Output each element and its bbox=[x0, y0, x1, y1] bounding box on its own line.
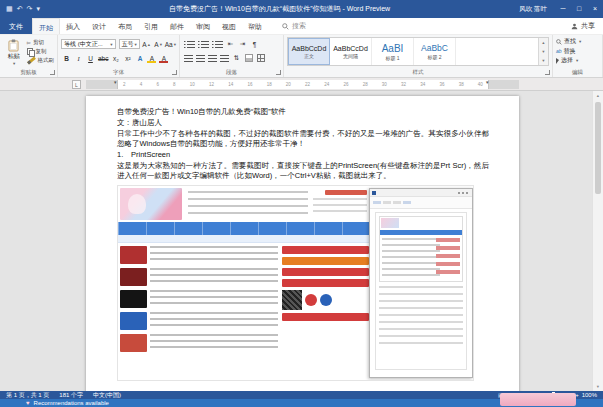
increase-indent-button[interactable]: ⇥ bbox=[237, 38, 248, 50]
font-size-combo[interactable]: 五号▾ bbox=[119, 39, 140, 49]
ribbon-tab[interactable]: 邮件 bbox=[164, 18, 190, 34]
share-button[interactable]: 共享 bbox=[571, 18, 595, 34]
tab-home[interactable]: 开始 bbox=[32, 18, 60, 34]
multilevel-list-button[interactable] bbox=[211, 38, 224, 50]
emb-article-row bbox=[120, 246, 278, 264]
underline-button[interactable]: U bbox=[85, 52, 96, 64]
gallery-more-icon[interactable]: ▾ bbox=[539, 56, 548, 65]
font-dialog-launcher[interactable] bbox=[172, 70, 177, 75]
cut-button[interactable]: ✂剪切 bbox=[27, 38, 55, 47]
grow-font-button[interactable]: A▴ bbox=[141, 38, 152, 50]
ribbon-tab[interactable]: 引用 bbox=[138, 18, 164, 34]
change-case-button[interactable]: Aa▾ bbox=[165, 38, 176, 50]
highlight-color-button[interactable]: A bbox=[146, 52, 157, 64]
shading-button[interactable] bbox=[243, 52, 254, 64]
gallery-up-icon[interactable]: ▴ bbox=[539, 38, 548, 47]
numbering-button[interactable] bbox=[197, 38, 210, 50]
italic-button[interactable]: I bbox=[73, 52, 84, 64]
replace-button[interactable]: ab 替换 bbox=[556, 47, 599, 57]
right-indent-marker[interactable]: ▾ bbox=[486, 79, 489, 85]
scroll-up-icon[interactable]: ▴ bbox=[593, 91, 603, 100]
ribbon-tab[interactable]: 插入 bbox=[60, 18, 86, 34]
format-painter-button[interactable]: 格式刷 bbox=[27, 56, 55, 65]
shrink-font-button[interactable]: A▾ bbox=[153, 38, 164, 50]
show-paragraph-marks-button[interactable]: ¶ bbox=[249, 38, 260, 50]
select-button[interactable]: 选择 ▾ bbox=[556, 56, 599, 66]
copy-icon bbox=[27, 48, 34, 56]
ribbon-tab[interactable]: 视图 bbox=[216, 18, 242, 34]
bold-button[interactable]: B bbox=[61, 52, 72, 64]
emb-webpage-header bbox=[118, 186, 371, 222]
doc-paragraph-2[interactable]: 这是最为大家熟知的一种方法了。需要截图时，直接按下键盘上的PrintScreen… bbox=[117, 161, 489, 181]
ruler-number: 32 bbox=[401, 80, 406, 89]
subscript-button[interactable]: x₂ bbox=[110, 52, 121, 64]
ribbon-tab[interactable]: 布局 bbox=[112, 18, 138, 34]
embedded-screenshot-image[interactable] bbox=[117, 185, 474, 381]
font-name-combo[interactable]: 等线 (中文正...▾ bbox=[61, 39, 116, 49]
scroll-down-icon[interactable]: ▾ bbox=[593, 382, 603, 391]
doc-list-item-1[interactable]: 1.PrintScreen bbox=[117, 150, 489, 160]
ruler-number: 16 bbox=[247, 80, 252, 89]
save-icon[interactable]: ▦ bbox=[6, 5, 13, 13]
decrease-indent-button[interactable]: ⇤ bbox=[225, 38, 236, 50]
text-effects-button[interactable]: A bbox=[134, 52, 145, 64]
ribbon-tab[interactable]: 帮助 bbox=[242, 18, 268, 34]
undo-icon[interactable]: ↶ bbox=[17, 5, 23, 13]
scrollbar-thumb[interactable] bbox=[595, 102, 601, 194]
align-left-button[interactable] bbox=[183, 52, 194, 64]
doc-byline[interactable]: 文：唐山居人 bbox=[117, 118, 489, 128]
clipboard-dialog-launcher[interactable] bbox=[50, 70, 55, 75]
align-center-button[interactable] bbox=[195, 52, 206, 64]
bullets-button[interactable] bbox=[183, 38, 196, 50]
paste-button[interactable]: 粘贴 ▾ bbox=[3, 37, 25, 67]
ribbon-tab[interactable]: 设计 bbox=[86, 18, 112, 34]
close-button[interactable]: × bbox=[587, 0, 603, 18]
superscript-button[interactable]: x² bbox=[122, 52, 133, 64]
borders-button[interactable] bbox=[255, 52, 266, 64]
find-button[interactable]: 查找 ▾ bbox=[556, 37, 599, 47]
align-right-button[interactable] bbox=[207, 52, 218, 64]
doc-heading[interactable]: 自带免费没广告！Win10自带的几款免费“截图”软件 bbox=[117, 107, 489, 117]
bullet-list-icon bbox=[184, 41, 195, 48]
minimize-button[interactable]: ─ bbox=[555, 0, 571, 18]
gallery-down-icon[interactable]: ▾ bbox=[539, 47, 548, 56]
font-color-button[interactable]: A bbox=[158, 52, 169, 64]
ribbon-tab[interactable]: 审阅 bbox=[190, 18, 216, 34]
format-painter-icon bbox=[27, 56, 36, 64]
emb-article-text bbox=[150, 334, 278, 352]
emb-header-ad bbox=[325, 190, 367, 195]
styles-dialog-launcher[interactable] bbox=[545, 70, 550, 75]
maximize-button[interactable]: □ bbox=[571, 0, 587, 18]
group-styles: AaBbCcDd 正文 AaBbCcDd 无间隔 AaBI 标题 1 bbox=[284, 35, 553, 77]
document-page[interactable]: 自带免费没广告！Win10自带的几款免费“截图”软件 文：唐山居人 日常工作中少… bbox=[86, 96, 519, 391]
align-left-icon bbox=[184, 55, 193, 62]
zoom-level[interactable]: 100% bbox=[582, 392, 597, 398]
ruler-number: 10 bbox=[190, 80, 195, 89]
tell-me-search[interactable]: 搜索 bbox=[282, 18, 306, 34]
ruler-number: 26 bbox=[343, 80, 348, 89]
select-pointer-icon bbox=[556, 58, 559, 64]
left-indent-marker[interactable]: ▾ bbox=[114, 79, 117, 85]
emb-word-window bbox=[369, 188, 473, 378]
ruler-number: 22 bbox=[305, 80, 310, 89]
line-spacing-button[interactable]: ⇅ bbox=[231, 52, 242, 64]
tab-file[interactable]: 文件 bbox=[0, 18, 32, 34]
ruler-number: 40 bbox=[478, 80, 483, 89]
style-card[interactable]: AaBbCcDd 无间隔 bbox=[330, 38, 372, 65]
justify-button[interactable] bbox=[219, 52, 230, 64]
strikethrough-button[interactable]: abc bbox=[97, 52, 109, 64]
redo-icon[interactable]: ↷ bbox=[27, 5, 33, 13]
signed-in-user[interactable]: 风吹 落叶 bbox=[519, 5, 547, 14]
paragraph-dialog-launcher[interactable] bbox=[276, 70, 281, 75]
ruler-number: 2 bbox=[123, 80, 126, 89]
horizontal-ruler[interactable]: L 246810121416182022242628303234363840 ▾… bbox=[0, 78, 603, 91]
style-card[interactable]: AaBbCcDd 正文 bbox=[288, 38, 330, 65]
search-icon bbox=[282, 23, 289, 30]
doc-paragraph-1[interactable]: 日常工作中少不了各种各样的截图，不过好的截图软件需要付费，不好的又是一堆堆的广告… bbox=[117, 129, 489, 149]
copy-button[interactable]: 复制 bbox=[27, 47, 55, 56]
tab-selector[interactable]: L bbox=[72, 80, 81, 89]
style-card[interactable]: AaBI 标题 1 bbox=[372, 38, 414, 65]
emb-header-links bbox=[188, 191, 308, 217]
vertical-scrollbar[interactable]: ▴ ▾ bbox=[592, 91, 603, 391]
style-card[interactable]: AaBbC 标题 2 bbox=[414, 38, 456, 65]
